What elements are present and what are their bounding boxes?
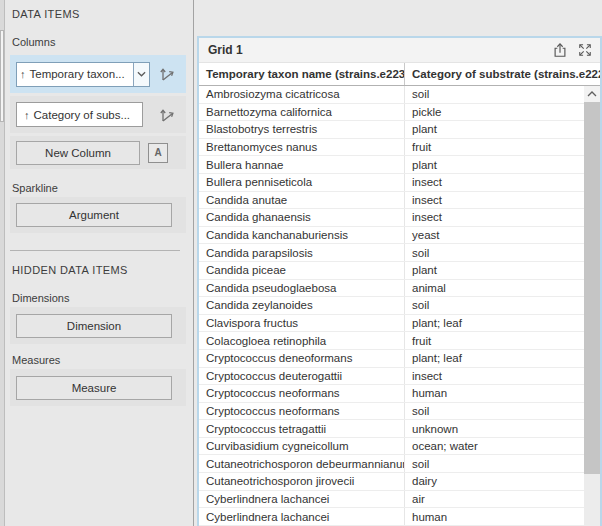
axis-scale-icon[interactable] <box>158 106 176 124</box>
data-items-sidebar: DATA ITEMS Columns ↑ Temporary taxon... <box>0 0 193 526</box>
table-row[interactable]: Bullera hannaeplant <box>199 156 584 174</box>
substrate-cell: fruit <box>405 332 584 349</box>
column-field-temporary-taxon[interactable]: ↑ Temporary taxon... <box>10 55 186 93</box>
substrate-cell: soil <box>405 244 584 261</box>
field-combo-temporary-taxon[interactable]: ↑ Temporary taxon... <box>16 62 150 87</box>
table-row[interactable]: Ambrosiozyma cicatricosasoil <box>199 86 584 104</box>
substrate-cell: soil <box>405 403 584 420</box>
substrate-cell: insect <box>405 192 584 209</box>
substrate-cell: unknown <box>405 420 584 437</box>
dimension-group: Dimension <box>10 307 186 344</box>
table-row[interactable]: Cryptococcus neoformanshuman <box>199 385 584 403</box>
measure-group: Measure <box>10 369 186 406</box>
hidden-data-items-header: HIDDEN DATA ITEMS <box>12 264 193 277</box>
taxon-cell: Candida anutae <box>199 192 405 209</box>
argument-button[interactable]: Argument <box>16 203 172 227</box>
scrollbar-thumb[interactable] <box>584 102 600 474</box>
axis-scale-icon[interactable] <box>158 65 176 83</box>
column-header-substrate[interactable]: Category of substrate (strains.e222) <box>405 63 600 85</box>
column-field-category-of-substrate[interactable]: ↑ Category of subs... <box>10 96 186 133</box>
substrate-cell: human <box>405 385 584 402</box>
table-row[interactable]: Curvibasidium cygneicollumocean; water <box>199 438 584 456</box>
taxon-cell: Candida piceae <box>199 262 405 279</box>
taxon-cell: Cutaneotrichosporon debeurmannianum <box>199 455 405 472</box>
sparkline-section-label: Sparkline <box>12 182 193 195</box>
table-row[interactable]: Bullera penniseticolainsect <box>199 174 584 192</box>
table-row[interactable]: Cutaneotrichosporon jiroveciidairy <box>199 473 584 491</box>
grid-vertical-scrollbar[interactable] <box>584 86 600 526</box>
column-header-taxon[interactable]: Temporary taxon name (strains.e223) <box>199 63 405 85</box>
taxon-cell: Candida pseudoglaebosa <box>199 280 405 297</box>
new-column-group: New Column A <box>10 136 186 169</box>
taxon-cell: Cryptococcus neoformans <box>199 385 405 402</box>
taxon-cell: Candida parapsilosis <box>199 244 405 261</box>
taxon-cell: Curvibasidium cygneicollum <box>199 438 405 455</box>
field-label: Temporary taxon... <box>26 68 134 80</box>
columns-section-label: Columns <box>12 36 193 49</box>
sort-ascending-icon: ↑ <box>17 68 26 80</box>
substrate-cell: animal <box>405 280 584 297</box>
scroll-up-button[interactable] <box>584 86 600 102</box>
canvas-panel: Grid 1 Tempo <box>194 0 602 526</box>
substrate-cell: plant <box>405 156 584 173</box>
grid-widget[interactable]: Grid 1 Tempo <box>197 36 602 526</box>
substrate-cell: fruit <box>405 139 584 156</box>
table-row[interactable]: Barnettozyma californicapickle <box>199 104 584 122</box>
taxon-cell: Cryptococcus tetragattii <box>199 420 405 437</box>
field-label: Category of subs... <box>30 109 139 121</box>
substrate-cell: soil <box>405 455 584 472</box>
taxon-cell: Cutaneotrichosporon jirovecii <box>199 473 405 490</box>
substrate-cell: insect <box>405 368 584 385</box>
table-row[interactable]: Candida parapsilosissoil <box>199 244 584 262</box>
substrate-cell: air <box>405 491 584 508</box>
chevron-down-icon <box>137 71 146 77</box>
taxon-cell: Candida ghanaensis <box>199 209 405 226</box>
taxon-cell: Cryptococcus deneoformans <box>199 350 405 367</box>
table-row[interactable]: Candida ghanaensisinsect <box>199 209 584 227</box>
table-row[interactable]: Blastobotrys terrestrisplant <box>199 121 584 139</box>
measure-button[interactable]: Measure <box>16 376 172 400</box>
taxon-cell: Colacogloea retinophila <box>199 332 405 349</box>
table-row[interactable]: Cryptococcus tetragattiiunknown <box>199 420 584 438</box>
sidebar-scrollbar-thumb[interactable] <box>0 30 4 122</box>
expand-icon[interactable] <box>578 43 592 57</box>
table-row[interactable]: Cryptococcus deneoformansplant; leaf <box>199 350 584 368</box>
table-row[interactable]: Cryptococcus deuterogattiiinsect <box>199 368 584 386</box>
dropdown-button[interactable] <box>133 63 149 86</box>
data-items-header: DATA ITEMS <box>12 8 193 21</box>
text-type-icon[interactable]: A <box>148 143 168 163</box>
export-icon[interactable] <box>552 42 568 59</box>
substrate-cell: plant <box>405 121 584 138</box>
table-row[interactable]: Candida kanchanaburiensisyeast <box>199 227 584 245</box>
table-row[interactable]: Cutaneotrichosporon debeurmannianumsoil <box>199 455 584 473</box>
grid-titlebar: Grid 1 <box>199 38 600 63</box>
taxon-cell: Bullera hannae <box>199 156 405 173</box>
table-row[interactable]: Candida pseudoglaebosaanimal <box>199 280 584 298</box>
table-row[interactable]: Cyberlindnera lachanceiair <box>199 491 584 509</box>
table-row[interactable]: Clavispora fructusplant; leaf <box>199 315 584 333</box>
new-column-button[interactable]: New Column <box>16 141 140 165</box>
dimensions-section-label: Dimensions <box>12 292 193 305</box>
taxon-cell: Blastobotrys terrestris <box>199 121 405 138</box>
measures-section-label: Measures <box>12 354 193 367</box>
table-row[interactable]: Candida zeylanoidessoil <box>199 297 584 315</box>
sort-ascending-icon: ↑ <box>21 109 30 121</box>
substrate-cell: dairy <box>405 473 584 490</box>
table-row[interactable]: Cyberlindnera lachanceihuman <box>199 508 584 526</box>
taxon-cell: Barnettozyma californica <box>199 104 405 121</box>
substrate-cell: insect <box>405 174 584 191</box>
substrate-cell: pickle <box>405 104 584 121</box>
taxon-cell: Cryptococcus deuterogattii <box>199 368 405 385</box>
table-row[interactable]: Cryptococcus neoformanssoil <box>199 403 584 421</box>
substrate-cell: yeast <box>405 227 584 244</box>
taxon-cell: Ambrosiozyma cicatricosa <box>199 86 405 103</box>
taxon-cell: Clavispora fructus <box>199 315 405 332</box>
substrate-cell: plant; leaf <box>405 315 584 332</box>
table-row[interactable]: Candida piceaeplant <box>199 262 584 280</box>
table-row[interactable]: Colacogloea retinophilafruit <box>199 332 584 350</box>
table-row[interactable]: Brettanomyces nanusfruit <box>199 139 584 157</box>
dimension-button[interactable]: Dimension <box>16 314 172 338</box>
field-category-of-substrate[interactable]: ↑ Category of subs... <box>16 102 143 127</box>
table-row[interactable]: Candida anutaeinsect <box>199 192 584 210</box>
sidebar-scrollbar[interactable] <box>0 0 5 526</box>
